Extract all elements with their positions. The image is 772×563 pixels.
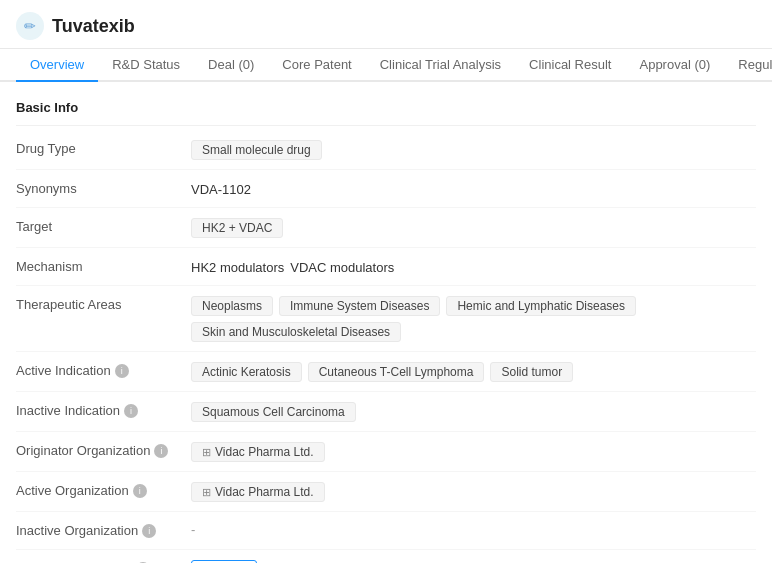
- label-inactive-org: Inactive Organization i: [16, 521, 191, 538]
- label-synonyms: Synonyms: [16, 179, 191, 196]
- help-icon-inactive-indication[interactable]: i: [124, 404, 138, 418]
- value-drug-type: Small molecule drug: [191, 139, 756, 160]
- tab-overview[interactable]: Overview: [16, 49, 98, 82]
- value-active-org: ⊞ Vidac Pharma Ltd.: [191, 481, 756, 502]
- value-therapeutic-areas: Neoplasms Immune System Diseases Hemic a…: [191, 295, 756, 342]
- tab-regulation[interactable]: Regulation (0): [724, 49, 772, 82]
- label-originator-org: Originator Organization i: [16, 441, 191, 458]
- tag-target: HK2 + VDAC: [191, 218, 283, 238]
- section-basic-info: Basic Info: [16, 94, 756, 126]
- inactive-org-dash: -: [191, 522, 195, 537]
- tab-rd-status[interactable]: R&D Status: [98, 49, 194, 82]
- field-drug-type: Drug Type Small molecule drug: [16, 130, 756, 170]
- drug-icon: ✏: [16, 12, 44, 40]
- tag-therapeutic-1: Neoplasms: [191, 296, 273, 316]
- tab-deal[interactable]: Deal (0): [194, 49, 268, 82]
- help-icon-active-org[interactable]: i: [133, 484, 147, 498]
- field-mechanism: Mechanism HK2 modulators VDAC modulators: [16, 248, 756, 286]
- tag-indication-3: Solid tumor: [490, 362, 573, 382]
- tab-approval[interactable]: Approval (0): [625, 49, 724, 82]
- tag-originator-org-1: ⊞ Vidac Pharma Ltd.: [191, 442, 325, 462]
- value-active-indication: Actinic Keratosis Cutaneous T-Cell Lymph…: [191, 361, 756, 382]
- field-inactive-org: Inactive Organization i -: [16, 512, 756, 550]
- label-target: Target: [16, 217, 191, 234]
- mechanism-text-1: HK2 modulators: [191, 258, 284, 275]
- value-inactive-indication: Squamous Cell Carcinoma: [191, 401, 756, 422]
- field-active-indication: Active Indication i Actinic Keratosis Cu…: [16, 352, 756, 392]
- tag-active-org-1: ⊞ Vidac Pharma Ltd.: [191, 482, 325, 502]
- value-inactive-org: -: [191, 521, 756, 537]
- nav-tabs: Overview R&D Status Deal (0) Core Patent…: [0, 49, 772, 82]
- tab-core-patent[interactable]: Core Patent: [268, 49, 365, 82]
- active-org-flag-icon: ⊞: [202, 486, 211, 499]
- tag-indication-2: Cutaneous T-Cell Lymphoma: [308, 362, 485, 382]
- label-inactive-indication: Inactive Indication i: [16, 401, 191, 418]
- label-active-org: Active Organization i: [16, 481, 191, 498]
- tag-therapeutic-2: Immune System Diseases: [279, 296, 440, 316]
- value-mechanism: HK2 modulators VDAC modulators: [191, 257, 756, 275]
- help-icon-originator-org[interactable]: i: [154, 444, 168, 458]
- tag-therapeutic-3: Hemic and Lymphatic Diseases: [446, 296, 636, 316]
- tag-indication-1: Actinic Keratosis: [191, 362, 302, 382]
- value-target: HK2 + VDAC: [191, 217, 756, 238]
- org-flag-icon: ⊞: [202, 446, 211, 459]
- value-highest-phase: Phase 2: [191, 559, 756, 563]
- label-therapeutic-areas: Therapeutic Areas: [16, 295, 191, 312]
- tag-inactive-indication-1: Squamous Cell Carcinoma: [191, 402, 356, 422]
- label-active-indication: Active Indication i: [16, 361, 191, 378]
- label-mechanism: Mechanism: [16, 257, 191, 274]
- help-icon-inactive-org[interactable]: i: [142, 524, 156, 538]
- tab-clinical-result[interactable]: Clinical Result: [515, 49, 625, 82]
- label-highest-phase: Drug Highest Phase i: [16, 559, 191, 563]
- tag-therapeutic-4: Skin and Musculoskeletal Diseases: [191, 322, 401, 342]
- field-active-org: Active Organization i ⊞ Vidac Pharma Ltd…: [16, 472, 756, 512]
- page-title: Tuvatexib: [52, 16, 135, 37]
- field-target: Target HK2 + VDAC: [16, 208, 756, 248]
- help-icon-active-indication[interactable]: i: [115, 364, 129, 378]
- field-originator-org: Originator Organization i ⊞ Vidac Pharma…: [16, 432, 756, 472]
- synonyms-text: VDA-1102: [191, 180, 251, 197]
- tag-drug-type: Small molecule drug: [191, 140, 322, 160]
- page-header: ✏ Tuvatexib: [0, 0, 772, 49]
- mechanism-text-2: VDAC modulators: [290, 258, 394, 275]
- field-highest-phase: Drug Highest Phase i Phase 2: [16, 550, 756, 563]
- field-therapeutic-areas: Therapeutic Areas Neoplasms Immune Syste…: [16, 286, 756, 352]
- value-originator-org: ⊞ Vidac Pharma Ltd.: [191, 441, 756, 462]
- field-inactive-indication: Inactive Indication i Squamous Cell Carc…: [16, 392, 756, 432]
- field-synonyms: Synonyms VDA-1102: [16, 170, 756, 208]
- main-content: Basic Info Drug Type Small molecule drug…: [0, 82, 772, 563]
- value-synonyms: VDA-1102: [191, 179, 756, 197]
- tab-clinical-trial[interactable]: Clinical Trial Analysis: [366, 49, 515, 82]
- label-drug-type: Drug Type: [16, 139, 191, 156]
